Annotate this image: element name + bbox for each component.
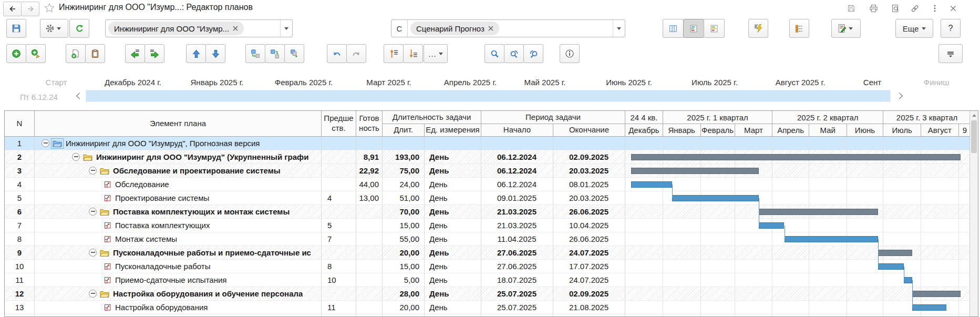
- table-row[interactable]: 7Поставка комплектующих515,00День21.03.2…: [5, 219, 971, 232]
- ellipsis-button[interactable]: ...: [424, 44, 448, 63]
- close-icon[interactable]: [948, 4, 958, 13]
- task-icon: [104, 262, 111, 270]
- cell-predecessor: [321, 287, 356, 300]
- settings-button[interactable]: [40, 19, 68, 38]
- move-up-button[interactable]: [186, 44, 206, 63]
- gantt-bar-summary[interactable]: [912, 291, 961, 297]
- add-row-button[interactable]: [6, 44, 26, 63]
- more-button[interactable]: Еще: [895, 19, 933, 38]
- cell-end-date: 24.07.2025: [553, 273, 625, 287]
- cell-readiness: [356, 273, 382, 287]
- table-row[interactable]: 1Инжиниринг для ООО "Изумруд", Прогнозна…: [5, 137, 971, 150]
- plan-tag-remove-icon[interactable]: [233, 26, 238, 31]
- scenario-tag-remove-icon[interactable]: [488, 26, 493, 31]
- copy-button[interactable]: [66, 44, 86, 63]
- link-predecessor-button[interactable]: [245, 44, 265, 63]
- table-row[interactable]: 5Проектирование системы413,0051,00День09…: [5, 191, 971, 205]
- plan-dropdown-arrow[interactable]: [280, 20, 292, 37]
- zoom-button[interactable]: [484, 44, 504, 63]
- gantt-bar-summary[interactable]: [878, 250, 912, 256]
- indent-button[interactable]: [145, 44, 164, 63]
- zoom-out-button[interactable]: [523, 44, 543, 63]
- collapse-toggle-icon[interactable]: [89, 249, 97, 257]
- cell-duration: [382, 137, 424, 150]
- table-row[interactable]: 3Обследование и проектирование системы22…: [5, 164, 971, 178]
- table-row[interactable]: 4Обследование44,0024,00День06.12.202408.…: [5, 178, 971, 191]
- gantt-bar-summary[interactable]: [631, 168, 759, 174]
- cell-readiness: [356, 246, 382, 259]
- collapse-toggle-icon[interactable]: [89, 290, 97, 298]
- paste-button[interactable]: [85, 44, 105, 63]
- timeline-range-slider[interactable]: [86, 90, 891, 102]
- view-list-button[interactable]: [704, 19, 725, 38]
- save-button[interactable]: [6, 19, 26, 38]
- info-icon: [565, 49, 574, 58]
- scroll-right-chevron[interactable]: [895, 91, 902, 102]
- info-button[interactable]: [560, 44, 580, 63]
- scenario-dropdown-arrow[interactable]: [613, 20, 625, 37]
- collapse-toggle-icon[interactable]: [89, 167, 97, 175]
- folder-icon: [100, 208, 109, 216]
- scroll-left-chevron[interactable]: [75, 91, 82, 102]
- plan-tag[interactable]: Инжиниринг для ООО "Изумр...: [108, 22, 244, 35]
- arrow-up-icon: [192, 49, 201, 58]
- outdent-button[interactable]: [125, 44, 145, 63]
- collapse-toggle-icon[interactable]: [72, 153, 80, 161]
- cell-plan-element: Пусконаладочные работы и приемо-сдаточны…: [34, 246, 321, 259]
- view-gantt-button[interactable]: [683, 19, 704, 38]
- preview-icon[interactable]: [890, 4, 901, 13]
- help-button[interactable]: ?: [941, 19, 961, 38]
- kebab-menu-icon[interactable]: [930, 4, 940, 13]
- zoom-in-button[interactable]: [504, 44, 524, 63]
- levels-button[interactable]: [938, 44, 963, 63]
- edit-plan-button[interactable]: [831, 19, 861, 38]
- save-window-icon[interactable]: [846, 4, 857, 13]
- gantt-bar-summary[interactable]: [759, 209, 878, 215]
- table-row[interactable]: 10Пусконаладочные работы815,00День27.06.…: [5, 260, 971, 273]
- plan-item-label: Настройка оборудования: [115, 301, 208, 314]
- timeline-month-label: Февраль 2025 г.: [275, 78, 333, 87]
- gantt-bar-task[interactable]: [904, 277, 912, 283]
- table-row[interactable]: 12Настройка оборудования и обучение перс…: [5, 287, 971, 301]
- gantt-bar-task[interactable]: [878, 263, 904, 270]
- structure-button[interactable]: [789, 19, 809, 38]
- refresh-button[interactable]: [69, 19, 89, 38]
- table-row[interactable]: 9Пусконаладочные работы и приемо-сдаточн…: [5, 246, 971, 260]
- cell-start-date: 09.01.2025: [481, 191, 553, 204]
- table-row[interactable]: 13Настройка оборудования1120,00День25.07…: [5, 301, 971, 314]
- add-special-button[interactable]: [26, 44, 46, 63]
- vertical-scrollbar[interactable]: [969, 111, 978, 316]
- view-columns-button[interactable]: [663, 19, 684, 38]
- table-row[interactable]: 11Приемо-сдаточные испытания105,00День18…: [5, 273, 971, 287]
- outdent-icon: [130, 49, 140, 58]
- gantt-bar-task[interactable]: [759, 222, 785, 229]
- unlink-button[interactable]: [284, 44, 304, 63]
- scenario-select-field[interactable]: С Сценарий Прогноз: [391, 19, 625, 37]
- move-down-button[interactable]: [205, 44, 225, 63]
- cell-duration: 75,00: [382, 164, 424, 177]
- back-button[interactable]: [3, 2, 22, 16]
- plan-select-field[interactable]: Инжиниринг для ООО "Изумр...: [105, 19, 293, 37]
- undo-button[interactable]: [327, 44, 347, 63]
- move-level-down-button[interactable]: [403, 44, 423, 63]
- collapse-toggle-icon[interactable]: [89, 208, 97, 216]
- gantt-bar-task[interactable]: [912, 304, 946, 311]
- gantt-bar-task[interactable]: [785, 236, 878, 242]
- link-icon[interactable]: [910, 4, 920, 13]
- gantt-bar-summary[interactable]: [631, 154, 961, 160]
- gantt-bar-task[interactable]: [631, 181, 673, 188]
- scrollbar-thumb[interactable]: [971, 120, 977, 153]
- back-arrow-icon: [8, 5, 17, 13]
- favorite-star-icon[interactable]: [44, 3, 55, 13]
- recalculate-button[interactable]: [748, 19, 768, 38]
- ellipsis-dropdown-arrow: [439, 53, 443, 57]
- forward-button[interactable]: [21, 2, 39, 16]
- scenario-tag[interactable]: Сценарий Прогноз: [410, 22, 499, 35]
- link-successor-button[interactable]: [265, 44, 285, 63]
- redo-button[interactable]: [346, 44, 366, 63]
- collapse-toggle-icon[interactable]: [42, 139, 49, 147]
- print-icon[interactable]: [868, 4, 879, 13]
- scroll-up-arrow-icon[interactable]: [970, 111, 978, 119]
- move-level-up-button[interactable]: [384, 44, 404, 63]
- gantt-bar-task[interactable]: [672, 195, 759, 201]
